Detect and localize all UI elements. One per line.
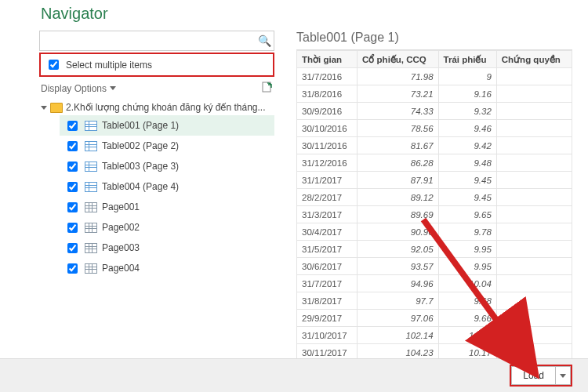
root-folder-label: 2.Khối lượng chứng khoán đăng ký đến thá…	[66, 102, 266, 113]
table-cell: 31/7/2017	[297, 275, 358, 292]
table-cell: 28/2/2017	[297, 189, 358, 206]
column-header[interactable]: Cổ phiếu, CCQ	[358, 51, 438, 68]
column-header[interactable]: Trái phiếu	[438, 51, 496, 68]
navigator-pane: 🔍 Select multiple items Display Options	[39, 31, 274, 358]
table-cell: 9.45	[438, 189, 496, 206]
table-cell: 31/12/2016	[297, 154, 358, 172]
refresh-icon[interactable]	[262, 82, 273, 95]
table-cell: 97.7	[358, 292, 438, 310]
table-cell	[496, 275, 572, 292]
tree-item[interactable]: Page001	[60, 197, 274, 217]
chevron-down-icon	[560, 374, 566, 378]
table-cell: 31/8/2016	[297, 85, 358, 103]
tree-item[interactable]: Table002 (Page 2)	[60, 136, 274, 156]
table-cell: 90.96	[358, 223, 438, 241]
table-row[interactable]: 28/2/201789.129.45	[297, 189, 572, 206]
tree-item-label: Page001	[102, 201, 140, 212]
tree-item[interactable]: Page004	[60, 258, 274, 278]
table-cell	[496, 172, 572, 189]
table-cell: 31/1/2017	[297, 172, 358, 189]
tree-item-checkbox[interactable]	[67, 263, 78, 274]
table-cell: 10.04	[438, 275, 496, 292]
window-title: Navigator	[0, 0, 588, 23]
select-multiple-checkbox[interactable]	[49, 60, 59, 70]
column-header[interactable]: Chứng quyền	[496, 51, 572, 68]
table-cell: 9.45	[438, 172, 496, 189]
table-cell: 9	[438, 68, 496, 85]
table-cell: 104.23	[358, 344, 438, 359]
footer-bar: Load	[0, 358, 588, 392]
table-cell: 9.16	[438, 85, 496, 103]
table-row[interactable]: 31/3/201789.699.65	[297, 206, 572, 223]
table-cell: 30/4/2017	[297, 223, 358, 241]
tree-root-folder[interactable]: 2.Khối lượng chứng khoán đăng ký đến thá…	[39, 100, 274, 115]
table-cell	[496, 68, 572, 85]
table-cell: 74.33	[358, 103, 438, 120]
table-cell	[496, 189, 572, 206]
column-header[interactable]: Thời gian	[297, 51, 358, 68]
tree-item[interactable]: Table003 (Page 3)	[60, 156, 274, 176]
table-icon	[85, 141, 97, 151]
table-cell: 89.12	[358, 189, 438, 206]
table-cell: 93.57	[358, 258, 438, 275]
table-row[interactable]: 30/10/201678.569.46	[297, 120, 572, 137]
table-row[interactable]: 30/9/201674.339.32	[297, 103, 572, 120]
search-icon[interactable]: 🔍	[255, 34, 274, 47]
table-row[interactable]: 29/9/201797.069.66	[297, 310, 572, 327]
table-row[interactable]: 31/1/201787.919.45	[297, 172, 572, 189]
load-button[interactable]: Load	[511, 366, 556, 385]
tree-item-checkbox[interactable]	[67, 141, 78, 151]
table-cell: 31/5/2017	[297, 241, 358, 258]
expand-icon	[41, 106, 47, 110]
table-row[interactable]: 30/4/201790.969.78	[297, 223, 572, 241]
table-icon	[85, 162, 97, 172]
table-cell: 30/10/2016	[297, 120, 358, 137]
table-cell: 9.68	[438, 292, 496, 310]
table-row[interactable]: 30/11/2017104.2310.17	[297, 344, 572, 359]
tree-item-checkbox[interactable]	[67, 121, 78, 131]
tree-item-checkbox[interactable]	[67, 243, 78, 253]
table-cell: 94.96	[358, 275, 438, 292]
table-icon	[85, 121, 97, 131]
preview-title: Table001 (Page 1)	[296, 31, 572, 49]
table-row[interactable]: 31/10/2017102.1410.16	[297, 327, 572, 344]
table-cell: 81.67	[358, 137, 438, 154]
tree-item-checkbox[interactable]	[67, 182, 78, 192]
table-row[interactable]: 31/5/201792.059.95	[297, 241, 572, 258]
table-icon	[85, 182, 97, 192]
table-cell: 9.95	[438, 241, 496, 258]
tree-item-checkbox[interactable]	[67, 162, 78, 172]
table-row[interactable]: 31/8/201673.219.16	[297, 85, 572, 103]
tree-item[interactable]: Page002	[60, 217, 274, 238]
table-cell: 30/11/2016	[297, 137, 358, 154]
tree-item-checkbox[interactable]	[67, 202, 78, 212]
chevron-down-icon	[110, 86, 116, 90]
table-cell: 89.69	[358, 206, 438, 223]
display-options-button[interactable]: Display Options	[41, 83, 116, 94]
table-row[interactable]: 31/12/201686.289.48	[297, 154, 572, 172]
tree-item-label: Page002	[102, 222, 140, 233]
table-row[interactable]: 30/11/201681.679.42	[297, 137, 572, 154]
tree-item-label: Table002 (Page 2)	[102, 140, 179, 151]
folder-icon	[50, 103, 63, 113]
table-cell: 9.42	[438, 137, 496, 154]
tree-item-checkbox[interactable]	[67, 223, 78, 233]
select-multiple-items[interactable]: Select multiple items	[39, 53, 274, 77]
search-input[interactable]	[40, 31, 255, 50]
tree-item[interactable]: Table004 (Page 4)	[60, 176, 274, 197]
table-cell	[496, 310, 572, 327]
page-icon	[85, 243, 97, 253]
load-split-button[interactable]	[556, 366, 571, 385]
table-row[interactable]: 31/7/201671.989	[297, 68, 572, 85]
table-cell: 9.48	[438, 154, 496, 172]
table-cell	[496, 85, 572, 103]
table-row[interactable]: 31/8/201797.79.68	[297, 292, 572, 310]
table-cell: 30/9/2016	[297, 103, 358, 120]
table-cell: 78.56	[358, 120, 438, 137]
table-row[interactable]: 31/7/201794.9610.04	[297, 275, 572, 292]
select-multiple-label: Select multiple items	[66, 60, 152, 71]
tree-item[interactable]: Table001 (Page 1)	[60, 115, 274, 136]
tree-item[interactable]: Page003	[60, 238, 274, 258]
table-cell: 87.91	[358, 172, 438, 189]
table-row[interactable]: 30/6/201793.579.95	[297, 258, 572, 275]
